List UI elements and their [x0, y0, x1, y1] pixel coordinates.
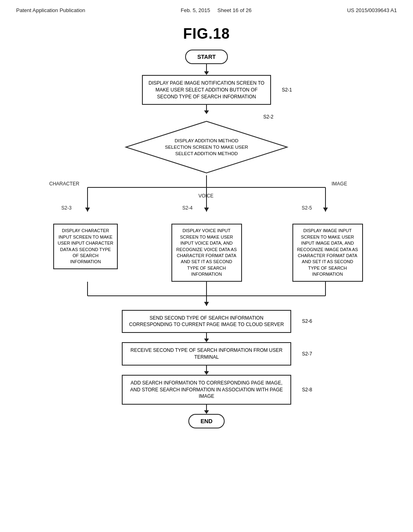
s2-4-label-text: S2-4 — [182, 205, 193, 211]
pub-date: Feb. 5, 2015 — [181, 7, 210, 13]
patent-number: US 2015/0039643 A1 — [347, 7, 397, 13]
start-label: START — [197, 54, 216, 60]
svg-marker-9 — [323, 208, 328, 212]
box-s2-4: DISPLAY VOICE INPUT SCREEN TO MAKE USER … — [171, 224, 242, 281]
s2-7-label: S2-7 — [302, 351, 312, 357]
col-s2-5: DISPLAY IMAGE INPUT SCREEN TO MAKE USER … — [267, 224, 388, 281]
diagram-container: FIG.18 START DISPLAY PAGE IMAGE NOTIFICA… — [0, 17, 413, 441]
branch-voice-label: VOICE — [198, 193, 213, 199]
box-s2-1: DISPLAY PAGE IMAGE NOTIFICATION SCREEN T… — [142, 75, 271, 105]
col-s2-3: DISPLAY CHARACTER INPUT SCREEN TO MAKE U… — [25, 224, 146, 281]
s2-8-label: S2-8 — [302, 387, 312, 393]
box-s2-8: ADD SEARCH INFORMATION TO CORRESPONDING … — [122, 375, 291, 405]
box-s2-3: DISPLAY CHARACTER INPUT SCREEN TO MAKE U… — [53, 224, 118, 269]
box-s2-7: RECEIVE SECOND TYPE OF SEARCH INFORMATIO… — [122, 342, 291, 366]
sheet-info: Sheet 16 of 26 — [217, 7, 252, 13]
branch-character-label: CHARACTER — [49, 181, 79, 187]
s2-7-text: RECEIVE SECOND TYPE OF SEARCH INFORMATIO… — [131, 347, 283, 360]
end-oval: END — [188, 414, 225, 428]
page-header: Patent Application Publication Feb. 5, 2… — [0, 0, 413, 17]
branch-area: CHARACTER VOICE IMAGE S2-3 S2-4 S2-5 DIS… — [25, 175, 388, 310]
svg-marker-15 — [204, 302, 209, 306]
header-right: US 2015/0039643 A1 — [347, 7, 397, 13]
s2-8-row: ADD SEARCH INFORMATION TO CORRESPONDING … — [122, 375, 291, 405]
fig-title: FIG.18 — [183, 25, 230, 42]
publication-label: Patent Application Publication — [16, 7, 85, 13]
branch-image-label: IMAGE — [332, 181, 347, 187]
s2-4-text: DISPLAY VOICE INPUT SCREEN TO MAKE USER … — [176, 228, 237, 276]
s2-6-text: SEND SECOND TYPE OF SEARCH INFORMATION C… — [129, 315, 284, 328]
s2-1-text: DISPLAY PAGE IMAGE NOTIFICATION SCREEN T… — [148, 80, 264, 100]
box-s2-6: SEND SECOND TYPE OF SEARCH INFORMATION C… — [122, 310, 291, 333]
s2-5-label-text: S2-5 — [302, 205, 312, 211]
header-left: Patent Application Publication — [16, 7, 85, 13]
header-center: Feb. 5, 2015 Sheet 16 of 26 — [181, 7, 252, 13]
s2-3-label-text: S2-3 — [61, 205, 72, 211]
svg-marker-6 — [204, 208, 209, 212]
s2-8-text: ADD SEARCH INFORMATION TO CORRESPONDING … — [130, 380, 283, 399]
s2-7-row: RECEIVE SECOND TYPE OF SEARCH INFORMATIO… — [122, 342, 291, 366]
diamond-s2-2: DISPLAY ADDITION METHOD SELECTION SCREEN… — [118, 119, 295, 175]
s2-6-row: SEND SECOND TYPE OF SEARCH INFORMATION C… — [122, 310, 291, 333]
col-s2-4: DISPLAY VOICE INPUT SCREEN TO MAKE USER … — [146, 224, 267, 281]
s2-3-text: DISPLAY CHARACTER INPUT SCREEN TO MAKE U… — [58, 228, 113, 264]
start-oval: START — [185, 50, 228, 64]
box-s2-5: DISPLAY IMAGE INPUT SCREEN TO MAKE USER … — [292, 224, 363, 281]
end-label: END — [200, 418, 213, 424]
s2-2-text: DISPLAY ADDITION METHOD SELECTION SCREEN… — [162, 137, 251, 157]
s2-5-text: DISPLAY IMAGE INPUT SCREEN TO MAKE USER … — [297, 228, 358, 276]
s2-6-label: S2-6 — [302, 318, 312, 324]
svg-marker-4 — [85, 208, 90, 212]
s2-1-label: S2-1 — [282, 87, 292, 93]
